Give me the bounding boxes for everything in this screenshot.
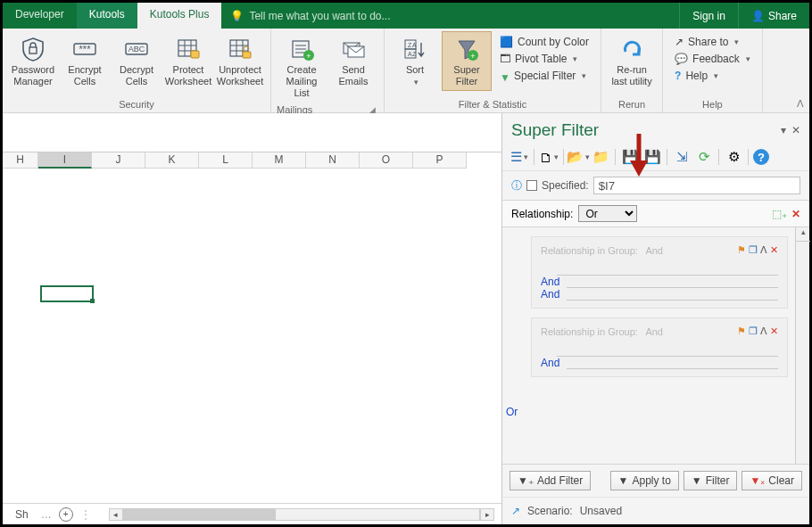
column-header[interactable]: I [38, 152, 92, 169]
feedback-label: Feedback [692, 53, 740, 65]
tab-kutools-plus[interactable]: Kutools Plus [137, 3, 222, 29]
relationship-select[interactable]: Or [578, 205, 637, 222]
share-to[interactable]: ↗Share to▾ [670, 34, 755, 50]
flag-icon[interactable]: ⚑ [737, 325, 746, 337]
column-header[interactable]: H [3, 152, 38, 169]
vertical-scrollbar[interactable]: ▴ [795, 227, 809, 464]
tab-developer[interactable]: Developer [3, 3, 77, 29]
filter-group[interactable]: Relationship in Group: And ⚑ ❐ ᐱ ✕ And [531, 317, 788, 377]
filter-button[interactable]: ▼Filter [684, 471, 738, 490]
svg-text:***: *** [79, 44, 92, 54]
remove-group-icon[interactable]: ✕ [770, 325, 778, 337]
relationship-label: Relationship: [511, 208, 573, 220]
settings-icon[interactable]: ⚙ [724, 147, 743, 167]
scroll-left-icon[interactable]: ◂ [109, 508, 123, 521]
rule-and[interactable]: And [541, 288, 778, 301]
tab-kutools[interactable]: Kutools [77, 3, 137, 29]
add-filter-button[interactable]: ▼₊Add Filter [510, 471, 591, 490]
grid-area[interactable] [3, 169, 501, 503]
specified-checkbox[interactable] [526, 180, 537, 191]
info-icon[interactable]: ⓘ [511, 178, 522, 194]
copy-group-icon[interactable]: ❐ [749, 244, 758, 256]
expand-icon[interactable]: ⇲ [672, 147, 692, 167]
apply-to-button[interactable]: ▼Apply to [610, 471, 679, 490]
range-input[interactable] [593, 177, 800, 194]
lightbulb-icon: 💡 [230, 10, 244, 22]
share-label: Share [768, 10, 797, 22]
remove-group-icon[interactable]: ✕ [770, 244, 778, 256]
encrypt-cells-label: Encrypt Cells [68, 64, 101, 87]
feedback[interactable]: 💬Feedback▾ [670, 51, 755, 67]
asterisks-icon: *** [70, 35, 99, 63]
add-group-icon[interactable]: ⬚₊ [772, 208, 787, 220]
pane-menu-icon[interactable]: ▾ [781, 124, 786, 136]
collapse-icon[interactable]: ᐱ [760, 325, 767, 337]
delete-icon[interactable]: ✕ [791, 208, 800, 220]
count-by-color[interactable]: 🟦Count by Color [495, 34, 593, 50]
protect-worksheet[interactable]: Protect Worksheet [163, 31, 213, 91]
column-header[interactable]: J [92, 152, 145, 169]
worksheet[interactable]: HIJKLMNOP Sh … + ⋮ ◂ ▸ [3, 113, 501, 524]
shield-lock-icon [19, 35, 47, 63]
unprotect-worksheet[interactable]: Unprotect Worksheet [215, 31, 265, 91]
menu-icon[interactable]: ☰▾ [510, 147, 529, 167]
pane-close-icon[interactable]: ✕ [791, 124, 800, 136]
sheet-tab[interactable]: Sh [10, 506, 34, 523]
filter-tree[interactable]: Relationship in Group: And ⚑ ❐ ᐱ ✕ And A… [502, 227, 795, 464]
column-header[interactable]: N [306, 152, 360, 169]
share-button[interactable]: 👤 Share [738, 3, 809, 29]
add-sheet-button[interactable]: + [59, 507, 73, 522]
external-icon[interactable]: ↗ [511, 505, 520, 517]
svg-text:A: A [412, 42, 417, 48]
refresh-icon[interactable]: ⟳ [694, 147, 714, 167]
share-icon: ↗ [675, 36, 684, 48]
caret-down-icon: ▾ [582, 71, 586, 80]
collapse-ribbon-icon[interactable]: ᐱ [797, 98, 804, 110]
sort-button[interactable]: ZAAZ Sort▾ [390, 31, 440, 92]
new-icon[interactable]: 🗋▾ [539, 147, 559, 167]
clear-button[interactable]: ▼ₓClear [742, 471, 802, 490]
create-mailing-list[interactable]: + Create Mailing List [277, 31, 327, 103]
decrypt-cells[interactable]: ABC Decrypt Cells [112, 31, 162, 91]
pivot-table[interactable]: 🗔Pivot Table▾ [495, 51, 593, 67]
column-header[interactable]: K [145, 152, 199, 169]
super-filter-button[interactable]: + Super Filter [442, 31, 492, 91]
folder-icon[interactable]: 📁 [591, 147, 610, 167]
rule-and[interactable]: And [541, 276, 778, 288]
send-emails-label: Send Emails [338, 64, 368, 87]
svg-text:+: + [470, 52, 475, 61]
rule-and[interactable]: And [541, 357, 778, 369]
send-emails[interactable]: Send Emails [328, 31, 378, 91]
sign-in[interactable]: Sign in [679, 3, 738, 29]
special-filter[interactable]: ▼Special Filter▾ [495, 68, 593, 84]
rule-line[interactable] [557, 344, 778, 357]
sort-az-icon: ZAAZ [401, 35, 429, 63]
column-header[interactable]: L [199, 152, 253, 169]
help-circle-icon[interactable]: ? [753, 149, 769, 165]
horizontal-scrollbar[interactable]: ◂ ▸ [109, 508, 494, 521]
caret-down-icon: ▾ [714, 71, 718, 80]
flag-icon[interactable]: ⚑ [737, 244, 746, 256]
collapse-icon[interactable]: ᐱ [760, 244, 767, 256]
rule-line[interactable] [557, 263, 778, 276]
copy-group-icon[interactable]: ❐ [749, 325, 758, 337]
column-header[interactable]: P [413, 152, 467, 169]
list-plus-icon: + [287, 35, 316, 63]
svg-text:+: + [306, 52, 311, 61]
help[interactable]: ?Help▾ [670, 68, 755, 84]
selected-cell[interactable] [40, 285, 94, 302]
caret-down-icon: ▾ [746, 54, 750, 63]
share-icon: 👤 [751, 10, 765, 22]
tell-me-search[interactable]: 💡 Tell me what you want to do... [221, 3, 679, 29]
scroll-right-icon[interactable]: ▸ [480, 508, 494, 521]
group-rerun-label: Rerun [607, 97, 657, 112]
funnel-icon: ▼ [692, 474, 702, 487]
encrypt-cells[interactable]: *** Encrypt Cells [60, 31, 110, 91]
open-folder-icon[interactable]: 📂▾ [568, 147, 588, 167]
funnel-x-icon: ▼ₓ [750, 474, 765, 487]
column-header[interactable]: M [253, 152, 306, 169]
filter-group[interactable]: Relationship in Group: And ⚑ ❐ ᐱ ✕ And A… [531, 236, 788, 309]
password-manager[interactable]: Password Manager [8, 31, 58, 91]
rerun-last-utility[interactable]: Re-run last utility [607, 31, 657, 91]
column-header[interactable]: O [360, 152, 413, 169]
